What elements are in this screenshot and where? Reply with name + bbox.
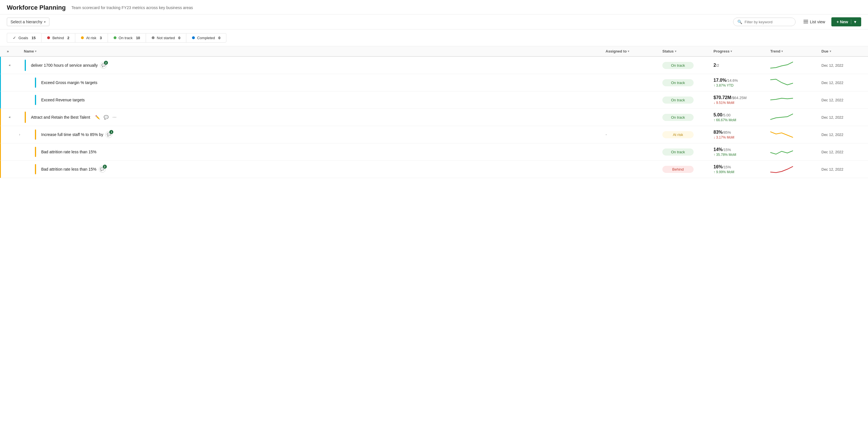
trend-cell (770, 94, 822, 105)
status-behind[interactable]: Behind 2 (41, 33, 75, 42)
status-goals[interactable]: ✓ Goals 15 (7, 33, 41, 42)
expand-icon[interactable]: ▾ (7, 63, 12, 67)
color-bar (35, 129, 36, 140)
th-due-sort-icon: ▾ (830, 50, 831, 53)
progress-sub: ↓ 9.51% MoM (713, 101, 770, 105)
expand-all-icon[interactable]: » (7, 49, 9, 53)
status-badge: At risk (662, 131, 693, 138)
goal-name: deliver 1700 hours of service annually (31, 63, 98, 68)
name-column: Bad attrition rate less than 15% (41, 167, 97, 172)
status-cell: Behind (662, 166, 713, 173)
toolbar: Select a hierarchy ▾ 🔍 List view + New ▾ (0, 14, 868, 30)
progress-sub: ↑ 35.78% MoM (713, 153, 770, 157)
th-trend[interactable]: Trend ▾ (770, 49, 822, 53)
status-not-started[interactable]: Not started 0 (146, 33, 186, 42)
comment-count: 2 (104, 61, 108, 65)
progress-value: 16%/15% (713, 164, 770, 169)
table-row: Exceed Gross margin % targets On track 1… (0, 74, 868, 91)
row-name-cell: deliver 1700 hours of service annually 💬… (25, 60, 606, 71)
comment-badge: 💬 1 (105, 131, 112, 138)
status-cell: On track (662, 79, 713, 86)
th-progress-label: Progress (713, 49, 730, 53)
th-due-label: Due (822, 49, 829, 53)
goal-name: Bad attrition rate less than 15% (41, 149, 97, 154)
trend-sparkline (770, 146, 793, 158)
svg-rect-2 (804, 23, 808, 23)
search-input[interactable] (744, 20, 790, 24)
at-risk-count: 3 (100, 36, 102, 40)
progress-cell: 16%/15% ↑ 9.99% MoM (713, 164, 770, 174)
list-view-button[interactable]: List view (800, 18, 829, 26)
behind-label: Behind (52, 36, 64, 40)
status-at-risk[interactable]: At risk 3 (75, 33, 107, 42)
table-row: › Increase full time staff % to 85% by 💬… (0, 126, 868, 144)
trend-sparkline (770, 163, 793, 175)
trend-sparkline (770, 129, 793, 140)
status-badge: On track (662, 149, 693, 156)
th-name-label: Name (24, 49, 34, 53)
th-status-sort-icon: ▾ (675, 50, 676, 53)
at-risk-dot (81, 36, 84, 39)
progress-cell: 5.00/5.00 ↑ 66.67% MoM (713, 113, 770, 122)
row-name-cell: Attract and Retain the Best Talent ✏️ 💬 … (25, 112, 606, 123)
trend-sparkline (770, 60, 793, 71)
status-badge: Behind (662, 166, 693, 173)
status-completed[interactable]: Completed 0 (186, 33, 226, 42)
row-expand-cell: ▾ (8, 115, 25, 120)
header: Workforce Planning Team scorecard for tr… (0, 0, 868, 14)
completed-count: 0 (218, 36, 220, 40)
on-track-label: On track (119, 36, 133, 40)
status-bar: ✓ Goals 15 Behind 2 At risk 3 On track 1… (0, 30, 868, 46)
row-expand-cell: › (18, 132, 35, 137)
hierarchy-chevron-icon: ▾ (44, 20, 46, 24)
color-bar (35, 147, 36, 157)
th-assigned-to[interactable]: Assigned to ▾ (606, 49, 662, 53)
expand-icon[interactable]: ▾ (7, 115, 12, 119)
status-on-track[interactable]: On track 10 (107, 33, 146, 42)
th-trend-label: Trend (770, 49, 780, 53)
progress-value: 2/2 (713, 63, 770, 68)
th-due[interactable]: Due ▾ (822, 49, 861, 53)
th-progress-sort-icon: ▾ (731, 50, 732, 53)
table-row: ▾ Attract and Retain the Best Talent ✏️ … (0, 109, 868, 126)
new-btn-chevron-icon: ▾ (854, 20, 856, 24)
row-name-cell: Bad attrition rate less than 15% 💬 2 (35, 164, 606, 174)
progress-target: /2 (716, 63, 719, 68)
at-risk-label: At risk (86, 36, 96, 40)
comment-count: 1 (110, 130, 113, 134)
name-column: Exceed Gross margin % targets (41, 80, 97, 85)
list-view-label: List view (810, 20, 825, 24)
hierarchy-label: Select a hierarchy (10, 20, 42, 24)
edit-icon[interactable]: ✏️ (94, 114, 101, 121)
trend-cell (770, 146, 822, 158)
th-status[interactable]: Status ▾ (662, 49, 713, 53)
goal-name: Bad attrition rate less than 15% (41, 167, 97, 172)
checkmark-icon: ✓ (13, 35, 16, 40)
progress-cell: 17.0%/14.6% ↑ 3.87% YTD (713, 78, 770, 88)
progress-target: /85% (722, 130, 731, 134)
progress-sub: ↓ 3.17% MoM (713, 135, 770, 139)
row-name-cell: Increase full time staff % to 85% by 💬 1 (35, 129, 606, 140)
svg-rect-3 (805, 20, 808, 21)
th-name[interactable]: Name ▾ (24, 49, 606, 53)
more-options-icon[interactable]: ⋯ (111, 114, 118, 121)
goal-name: Attract and Retain the Best Talent (31, 115, 90, 120)
expand-icon[interactable]: › (18, 132, 21, 137)
status-cell: On track (662, 62, 713, 69)
trend-sparkline (770, 94, 793, 105)
comment-action-icon[interactable]: 💬 (102, 114, 110, 121)
due-date: Dec 12, 2022 (822, 63, 861, 68)
goal-name: Increase full time staff % to 85% by (41, 132, 103, 137)
new-btn-divider (851, 20, 851, 24)
color-bar (25, 60, 26, 71)
on-track-count: 10 (136, 36, 140, 40)
trend-cell (770, 129, 822, 140)
table-row: Bad attrition rate less than 15% 💬 2 Beh… (0, 161, 868, 178)
th-progress[interactable]: Progress ▾ (713, 49, 770, 53)
new-button[interactable]: + New ▾ (831, 17, 861, 26)
th-name-sort-icon: ▾ (35, 50, 36, 53)
behind-count: 2 (67, 36, 69, 40)
progress-cell: 2/2 (713, 63, 770, 68)
comment-count: 2 (103, 165, 107, 169)
hierarchy-select[interactable]: Select a hierarchy ▾ (7, 18, 50, 26)
